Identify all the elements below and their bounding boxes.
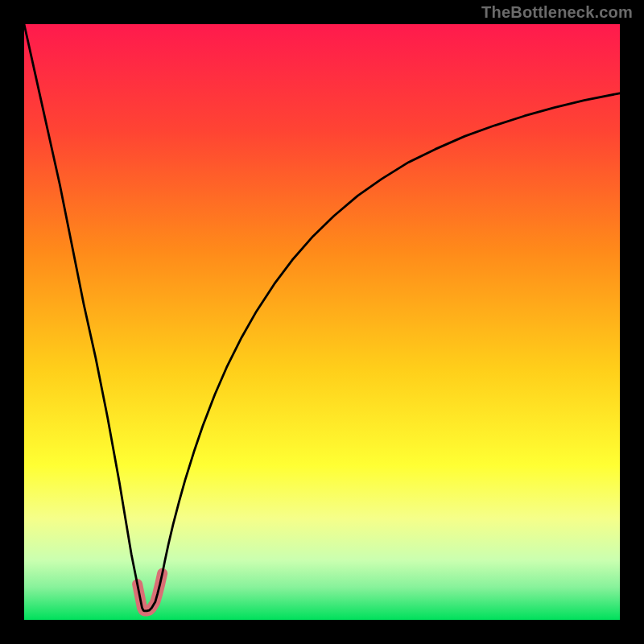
chart-root: TheBottleneck.com <box>0 0 644 644</box>
watermark-text: TheBottleneck.com <box>481 3 633 22</box>
bottleneck-chart-svg <box>0 0 644 644</box>
